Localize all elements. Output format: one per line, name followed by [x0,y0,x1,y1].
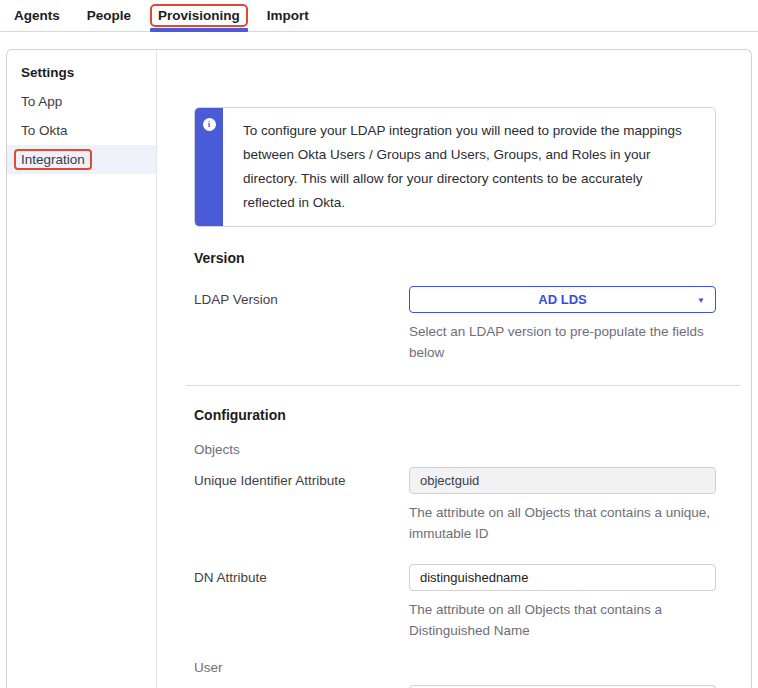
unique-identifier-row: Unique Identifier Attribute The attribut… [194,467,716,544]
ldap-version-label: LDAP Version [194,286,409,363]
tab-import[interactable]: Import [267,8,309,23]
tab-provisioning[interactable]: Provisioning [150,4,248,27]
integration-annotation-box: Integration [14,149,92,170]
tab-people[interactable]: People [87,8,131,23]
ldap-version-row: LDAP Version AD LDS ▼ Select an LDAP ver… [194,286,716,363]
integration-settings-main: i To configure your LDAP integration you… [157,50,751,688]
unique-identifier-label: Unique Identifier Attribute [194,467,409,544]
info-banner: i To configure your LDAP integration you… [194,107,716,227]
version-section-heading: Version [194,250,716,266]
info-banner-accent: i [195,108,223,226]
sidebar-header: Settings [7,58,156,87]
section-divider [186,385,741,386]
info-icon: i [203,118,216,131]
unique-identifier-input[interactable] [409,467,716,494]
info-banner-text: To configure your LDAP integration you w… [223,108,715,226]
dn-attribute-input[interactable] [409,564,716,591]
dn-attribute-row: DN Attribute The attribute on all Object… [194,564,716,641]
ldap-version-selected-value: AD LDS [538,292,586,307]
sidebar-item-to-app[interactable]: To App [7,87,156,116]
dn-attribute-help: The attribute on all Objects that contai… [409,599,716,641]
tab-bar: Agents People Provisioning Import [0,0,758,32]
objects-group-label: Objects [194,442,716,457]
user-group-label: User [194,660,716,675]
settings-sidebar: Settings To App To Okta Integration [7,50,157,688]
dn-attribute-label: DN Attribute [194,564,409,641]
tab-agents[interactable]: Agents [14,8,60,23]
unique-identifier-help: The attribute on all Objects that contai… [409,502,716,544]
ldap-version-help: Select an LDAP version to pre-populate t… [409,321,716,363]
configuration-section-heading: Configuration [194,407,716,423]
ldap-version-select[interactable]: AD LDS ▼ [409,286,716,313]
sidebar-item-integration[interactable]: Integration [7,145,156,174]
sidebar-item-to-okta[interactable]: To Okta [7,116,156,145]
chevron-down-icon: ▼ [697,295,705,304]
provisioning-panel: Settings To App To Okta Integration i To… [6,49,752,688]
